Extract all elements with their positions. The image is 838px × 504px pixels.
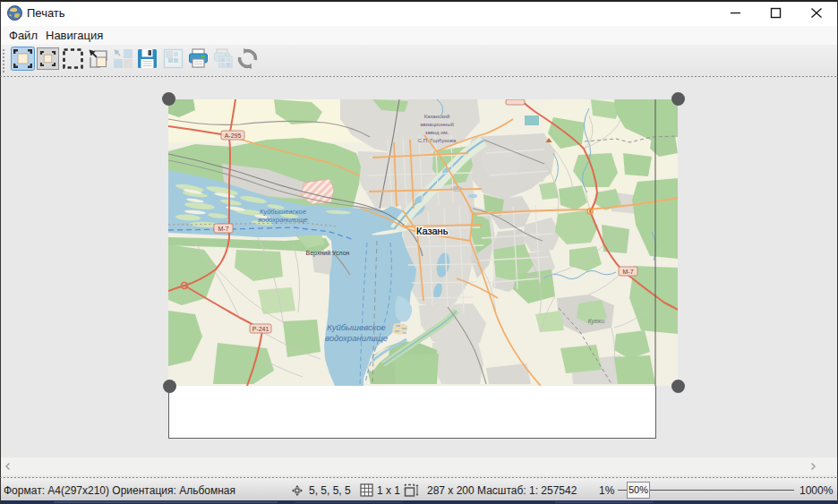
svg-text:Куйбышевское: Куйбышевское (260, 208, 306, 216)
svg-text:Куюки: Куюки (588, 318, 605, 325)
svg-text:М-7: М-7 (622, 269, 633, 275)
svg-text:водохранилище: водохранилище (258, 216, 307, 224)
svg-text:С.П. Горбунова: С.П. Горбунова (418, 138, 457, 143)
svg-text:Р-241: Р-241 (252, 326, 269, 332)
svg-text:Куйбышевское: Куйбышевское (327, 322, 386, 332)
svg-text:Казанский: Казанский (424, 114, 450, 119)
svg-text:водохранилище: водохранилище (325, 333, 388, 343)
svg-text:А-295: А-295 (225, 132, 242, 139)
svg-text:Верхний Услон: Верхний Услон (306, 250, 350, 257)
svg-text:завод им.: завод им. (425, 130, 449, 135)
svg-text:авиационный: авиационный (420, 122, 454, 127)
svg-text:М-7: М-7 (218, 226, 228, 232)
svg-text:Казань: Казань (416, 226, 449, 236)
